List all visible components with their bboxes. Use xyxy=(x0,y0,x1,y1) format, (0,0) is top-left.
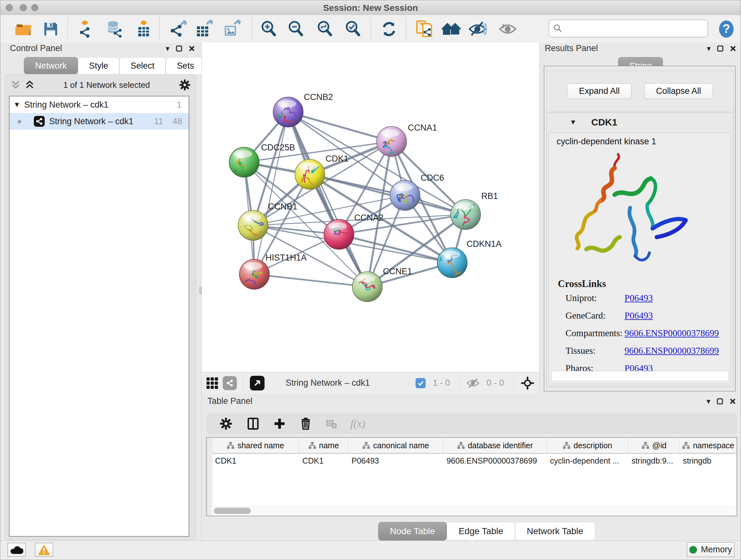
crosslink-link[interactable]: 9606.ENSP00000378699 xyxy=(624,328,719,338)
collapse-all-button[interactable]: Collapse All xyxy=(644,83,713,99)
network-node-ccnb1[interactable]: CCNB1 xyxy=(238,202,297,240)
crosslink-link[interactable]: P06493 xyxy=(624,293,653,303)
create-column-plus-icon[interactable] xyxy=(273,417,286,430)
import-network-from-database-button[interactable] xyxy=(104,19,125,39)
search-input[interactable] xyxy=(566,23,704,34)
save-session-button[interactable] xyxy=(41,19,61,39)
zoom-selected-button[interactable] xyxy=(343,19,363,39)
crosslink-row: GeneCard:P06493 xyxy=(565,310,731,321)
crosshair-icon[interactable] xyxy=(520,376,535,390)
column-header[interactable]: namespace xyxy=(680,438,737,453)
divider-handle[interactable] xyxy=(199,287,202,295)
network-view[interactable]: CCNB2CCNA1CDC25BCDK1CDC6RB1CCNB1CCNA2CDK… xyxy=(201,43,540,394)
export-table-icon xyxy=(195,20,213,38)
panel-menu-icon[interactable]: ▾ xyxy=(706,397,711,406)
warning-status-button[interactable] xyxy=(35,543,53,557)
column-header[interactable]: shared name xyxy=(212,438,299,453)
table-panel: Table Panel ▾ f(x) shared name name cano… xyxy=(201,394,741,541)
export-network-button[interactable] xyxy=(168,19,188,39)
close-panel-icon[interactable] xyxy=(730,398,736,405)
cloud-status-button[interactable] xyxy=(7,543,26,557)
table-row[interactable]: CDK1 CDK1 P06493 9606.ENSP00000378699 cy… xyxy=(212,454,737,468)
crosslink-label: Uniprot: xyxy=(565,293,624,303)
network-row-selected[interactable]: ● String Network – cdk1 11 48 xyxy=(10,113,189,130)
grid-view-icon[interactable] xyxy=(206,377,218,389)
horizontal-scrollbar[interactable] xyxy=(212,506,736,515)
close-panel-icon[interactable] xyxy=(189,45,195,52)
search-field[interactable] xyxy=(549,19,708,37)
column-header[interactable]: canonical name xyxy=(348,438,443,453)
close-panel-icon[interactable] xyxy=(730,45,736,52)
help-button[interactable]: ? xyxy=(716,19,737,39)
expand-all-icon[interactable] xyxy=(24,79,35,90)
hidden-eye-icon[interactable] xyxy=(466,378,480,388)
gear-icon[interactable] xyxy=(179,78,191,91)
network-list-container: 1 of 1 Network selected ▼ String Network… xyxy=(5,74,196,540)
expand-collapse-section: Expand All Collapse All xyxy=(546,71,734,111)
node-label-cdk1: CDK1 xyxy=(326,154,348,164)
toolbar-separator xyxy=(159,17,160,40)
float-panel-icon[interactable] xyxy=(717,398,723,405)
toolbar-separator xyxy=(406,17,406,40)
tab-network[interactable]: Network xyxy=(24,57,78,74)
show-hide-birdseye-button[interactable] xyxy=(497,19,518,39)
zoom-in-button[interactable] xyxy=(259,19,279,39)
open-in-window-icon[interactable] xyxy=(250,376,265,390)
panel-menu-icon[interactable]: ▾ xyxy=(707,44,711,53)
collapse-all-icon[interactable] xyxy=(10,79,21,90)
panel-menu-icon[interactable]: ▾ xyxy=(165,44,170,53)
import-table-button[interactable] xyxy=(133,19,154,39)
tab-style[interactable]: Style xyxy=(78,57,119,74)
network-node-hist1h1a[interactable]: HIST1H1A xyxy=(239,253,307,289)
column-header[interactable]: database identifier xyxy=(443,438,547,453)
results-panel-title: Results Panel xyxy=(545,44,598,53)
share-network-icon[interactable] xyxy=(223,376,237,390)
table-header-row: shared name name canonical name database… xyxy=(212,438,737,454)
crosslink-label: Compartments: xyxy=(565,328,624,338)
show-columns-icon[interactable] xyxy=(246,417,260,431)
network-canvas[interactable]: CCNB2CCNA1CDC25BCDK1CDC6RB1CCNB1CCNA2CDK… xyxy=(202,43,539,372)
selected-nodes-checkbox-icon[interactable] xyxy=(415,378,426,388)
float-panel-icon[interactable] xyxy=(717,45,724,52)
column-header[interactable]: @id xyxy=(628,438,680,453)
column-header[interactable]: description xyxy=(547,438,629,453)
crosslink-link[interactable]: 9606.ENSP00000378699 xyxy=(624,346,719,356)
function-builder-fx: f(x) xyxy=(350,418,365,430)
zoom-fit-button[interactable] xyxy=(315,19,335,39)
network-node-cdkn1a[interactable]: CDKN1A xyxy=(437,239,502,278)
main-toolbar: ? xyxy=(0,15,741,43)
network-collection-row[interactable]: ▼ String Network – cdk1 1 xyxy=(10,97,189,113)
network-node-cdc25b[interactable]: CDC25B xyxy=(229,143,295,180)
collapse-arrow-icon[interactable]: ▼ xyxy=(569,118,577,126)
show-hide-graphics-details-button[interactable] xyxy=(467,19,488,39)
open-session-button[interactable] xyxy=(13,19,34,39)
return-to-home-button[interactable] xyxy=(441,19,461,39)
tab-edge-table[interactable]: Edge Table xyxy=(447,522,515,541)
float-panel-icon[interactable] xyxy=(176,45,182,52)
scrollbar-thumb[interactable] xyxy=(214,508,251,514)
collapse-arrow-icon[interactable]: ▼ xyxy=(10,101,24,109)
export-table-button[interactable] xyxy=(194,19,214,39)
tab-sets[interactable]: Sets xyxy=(165,57,205,74)
zoom-out-button[interactable] xyxy=(286,19,307,39)
network-node-ccne1[interactable]: CCNE1 xyxy=(352,266,412,302)
expand-all-button[interactable]: Expand All xyxy=(567,83,631,99)
table-settings-gear-icon[interactable] xyxy=(219,417,233,431)
memory-status-icon xyxy=(689,546,697,554)
network-node-rb1[interactable]: RB1 xyxy=(451,191,498,230)
show-annotations-button[interactable] xyxy=(413,19,434,39)
export-image-button[interactable] xyxy=(222,19,242,39)
memory-button[interactable]: Memory xyxy=(687,542,735,557)
import-network-button[interactable] xyxy=(76,19,96,39)
tab-network-table[interactable]: Network Table xyxy=(515,522,595,541)
node-table[interactable]: shared name name canonical name database… xyxy=(206,437,737,516)
tab-select[interactable]: Select xyxy=(119,57,165,74)
column-header[interactable]: name xyxy=(299,438,348,453)
delete-column-trash-icon[interactable] xyxy=(299,417,312,431)
refresh-view-button[interactable] xyxy=(379,19,399,39)
node-label-ccna1: CCNA1 xyxy=(408,123,437,132)
node-result-header[interactable]: ▼ CDK1 xyxy=(547,113,733,132)
network-edge-count: 48 xyxy=(173,117,182,126)
crosslink-link[interactable]: P06493 xyxy=(624,310,653,321)
tab-node-table[interactable]: Node Table xyxy=(378,522,447,541)
